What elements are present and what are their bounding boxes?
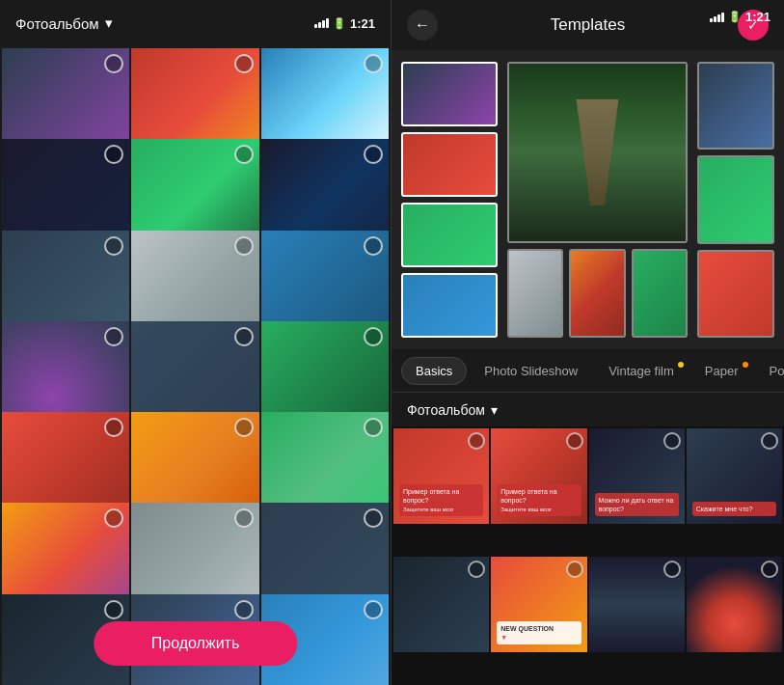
select-circle[interactable] — [663, 432, 681, 450]
select-circle[interactable] — [468, 561, 485, 578]
template-bottom-cell[interactable] — [632, 249, 688, 338]
select-circle[interactable] — [364, 54, 383, 73]
bottom-photo-grid: Пример ответа на вопрос?Защитите ваш моз… — [392, 426, 784, 685]
chevron-down-icon-right: ▾ — [491, 402, 498, 418]
template-cell[interactable] — [401, 132, 498, 197]
chevron-down-icon-left: ▾ — [105, 14, 113, 32]
bottom-photo-cell[interactable] — [393, 557, 489, 652]
select-circle[interactable] — [566, 561, 583, 578]
select-circle[interactable] — [104, 145, 123, 164]
battery-percent-left: 🔋 — [333, 17, 346, 30]
right-panel: ← Templates 🔋 1:21 ✓ — [392, 0, 784, 685]
template-column-mid — [507, 62, 688, 338]
template-bottom-cell[interactable] — [507, 249, 563, 338]
template-cell[interactable] — [401, 62, 498, 126]
template-right-cell[interactable] — [697, 250, 774, 338]
select-circle[interactable] — [364, 600, 383, 619]
template-column-right — [697, 62, 774, 338]
select-circle[interactable] — [104, 508, 123, 528]
select-circle[interactable] — [234, 236, 254, 256]
bottom-photo-cell[interactable]: Можно ли дать ответ на вопрос? — [589, 428, 685, 524]
template-right-cell[interactable] — [697, 62, 774, 150]
select-circle[interactable] — [364, 236, 383, 256]
bottom-photo-cell[interactable]: Пример ответа на вопрос?Защитите ваш моз… — [491, 428, 586, 524]
select-circle[interactable] — [234, 418, 254, 437]
select-circle[interactable] — [364, 508, 383, 528]
select-circle[interactable] — [663, 561, 681, 578]
tab-dot-vintage — [678, 362, 684, 368]
bottom-photo-cell[interactable]: Скажите мне что? — [687, 428, 782, 524]
select-circle[interactable] — [104, 54, 123, 73]
select-circle[interactable] — [234, 508, 254, 528]
left-header: Фотоальбом ▾ 🔋 1:21 — [0, 0, 391, 46]
select-circle[interactable] — [468, 432, 485, 450]
tabs-bar: Basics Photo Slideshow Vintage film Pape… — [392, 349, 784, 392]
album-title-left: Фотоальбом — [15, 15, 99, 32]
tab-photo-slideshow[interactable]: Photo Slideshow — [471, 358, 591, 384]
status-bar-right: 🔋 1:21 — [710, 10, 770, 24]
signal-icon — [314, 18, 329, 28]
overlay-card: Пример ответа на вопрос?Защитите ваш моз… — [399, 484, 483, 517]
select-circle[interactable] — [234, 600, 254, 619]
select-circle[interactable] — [234, 145, 254, 164]
select-circle[interactable] — [234, 54, 254, 73]
template-bottom-row — [507, 249, 688, 338]
template-cell[interactable] — [401, 203, 498, 267]
template-bottom-cell[interactable] — [569, 249, 625, 338]
bottom-photo-cell[interactable]: NEW QUESTION▼ — [491, 557, 586, 652]
status-bar-left: 🔋 1:21 — [314, 16, 375, 31]
signal-icon-right — [710, 13, 724, 22]
overlay-card: Пример ответа на вопрос?Защитите ваш моз… — [497, 484, 581, 517]
select-circle[interactable] — [104, 600, 123, 619]
right-header: ← Templates 🔋 1:21 ✓ — [392, 0, 784, 50]
select-circle[interactable] — [104, 418, 123, 437]
select-circle[interactable] — [364, 327, 383, 346]
template-preview-area — [392, 50, 784, 349]
select-circle[interactable] — [761, 561, 778, 578]
tab-polaroid[interactable]: Polaroid — [756, 358, 784, 384]
time-left: 1:21 — [350, 16, 375, 31]
overlay-card: Скажите мне что? — [692, 502, 776, 516]
tab-basics[interactable]: Basics — [401, 357, 467, 385]
continue-button[interactable]: Продолжить — [94, 621, 297, 666]
select-circle[interactable] — [234, 327, 254, 346]
tab-paper[interactable]: Paper — [691, 358, 752, 384]
battery-right: 🔋 — [728, 11, 742, 23]
templates-title: Templates — [438, 15, 738, 35]
template-cell[interactable] — [401, 273, 498, 338]
bottom-photo-cell[interactable] — [687, 557, 782, 652]
template-column-left — [401, 62, 498, 338]
tab-vintage-film[interactable]: Vintage film — [595, 358, 688, 384]
select-circle[interactable] — [761, 432, 778, 450]
select-circle[interactable] — [104, 236, 123, 256]
select-circle[interactable] — [566, 432, 583, 450]
bottom-photo-cell[interactable] — [589, 557, 685, 652]
bottom-photo-cell[interactable]: Пример ответа на вопрос?Защитите ваш моз… — [393, 428, 489, 524]
tab-dot-paper — [743, 362, 748, 368]
album-selector-left[interactable]: Фотоальбом ▾ — [15, 14, 113, 32]
left-panel: Фотоальбом ▾ 🔋 1:21 — [0, 0, 392, 685]
album-selector-right[interactable]: Фотоальбом ▾ — [392, 392, 784, 426]
photo-grid-left — [0, 46, 391, 685]
album-title-right: Фотоальбом — [407, 402, 485, 418]
overlay-card: Можно ли дать ответ на вопрос? — [595, 493, 679, 516]
template-right-cell[interactable] — [697, 155, 774, 243]
select-circle[interactable] — [364, 145, 383, 164]
back-button[interactable]: ← — [407, 10, 438, 41]
time-right: 1:21 — [745, 10, 770, 24]
select-circle[interactable] — [364, 418, 383, 437]
new-question-card: NEW QUESTION▼ — [497, 621, 581, 644]
select-circle[interactable] — [104, 327, 123, 346]
template-main-image[interactable] — [507, 62, 688, 243]
